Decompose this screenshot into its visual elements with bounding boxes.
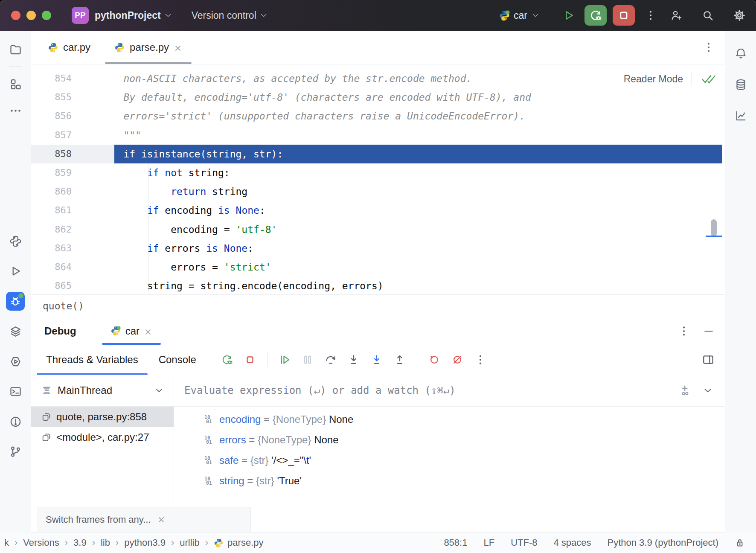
kebab-icon[interactable] [471,350,490,369]
sidebar-item-services[interactable] [6,322,25,341]
settings-button[interactable] [730,6,749,25]
line-number[interactable]: 855 [31,88,72,107]
stop-icon[interactable] [241,350,259,369]
evaluate-expression-bar[interactable]: Evaluate expression (↵) or add a watch (… [174,375,725,407]
status-crumb[interactable]: Versions [23,537,59,548]
status-crumb[interactable]: 3.9 [73,537,87,548]
variable-row[interactable]: 1001string = {str} 'True' [174,471,725,491]
sidebar-item-debug[interactable] [6,292,25,311]
sidebar-item-problems[interactable] [6,412,25,431]
sidebar-item-project-folder[interactable] [6,40,25,59]
editor-scrollbar[interactable] [711,219,717,236]
code-line-865[interactable]: 865 string = string.encode(encoding, err… [31,276,725,294]
status-crumb[interactable]: lib [101,537,110,548]
close-icon[interactable] [174,43,182,52]
sidebar-item-version-control[interactable] [6,442,25,461]
line-number[interactable]: 854 [31,69,72,88]
code-line-859[interactable]: 859 if not string: [31,163,725,182]
stack-frame[interactable]: quote, parse.py:858 [31,407,174,427]
status-crumb[interactable]: python3.9 [124,537,166,548]
line-number[interactable]: 864 [31,258,72,276]
mute-breakpoints-icon[interactable] [448,350,467,369]
close-icon[interactable] [144,327,152,335]
rerun-debug-button[interactable] [584,5,607,26]
sidebar-item-run[interactable] [6,262,25,281]
line-number[interactable]: 860 [31,182,72,201]
run-configuration-selector[interactable]: car [499,10,540,21]
status-crumb[interactable]: urllib [180,537,199,548]
stop-button[interactable] [613,5,635,26]
variable-row[interactable]: 1001encoding = {NoneType} None [174,409,725,430]
step-over-icon[interactable] [321,350,340,369]
code-line-862[interactable]: 862 encoding = 'utf-8' [31,220,725,239]
close-icon[interactable] [157,515,166,524]
code-line-861[interactable]: 861 if encoding is None: [31,201,725,220]
minimize-window-button[interactable] [26,11,36,20]
code-with-me-button[interactable] [666,6,686,25]
sidebar-item-database[interactable] [731,75,750,94]
sidebar-item-profiler[interactable] [731,106,750,125]
inspections-ok-icon[interactable] [701,73,717,85]
line-number[interactable]: 863 [31,239,72,258]
file-encoding[interactable]: UTF-8 [511,537,537,548]
thread-selector[interactable]: MainThread [31,375,174,407]
line-separator[interactable]: LF [483,537,494,548]
close-window-button[interactable] [11,11,20,20]
tab-console[interactable]: Console [148,345,206,375]
search-everywhere-button[interactable] [698,6,718,25]
zoom-window-button[interactable] [42,11,51,20]
breadcrumb[interactable]: quote() [43,300,84,311]
add-watch-icon[interactable] [678,384,691,397]
step-into-my-code-icon[interactable] [367,350,386,369]
lock-icon[interactable] [735,538,745,548]
debug-session-tab[interactable]: car [101,317,162,345]
code-line-860[interactable]: 860 return string [31,182,725,201]
view-breakpoints-icon[interactable] [425,350,444,369]
stack-frame[interactable]: <module>, car.py:27 [31,427,174,448]
python-interpreter[interactable]: Python 3.9 (pythonProject) [608,537,718,548]
debug-options-kebab-icon[interactable] [677,325,690,338]
sidebar-item-commit[interactable] [6,75,25,93]
run-button[interactable] [559,6,579,25]
status-breadcrumbs[interactable]: k›Versions›3.9›lib›python3.9›urllib›pars… [4,537,263,548]
sidebar-item-run-targets[interactable] [6,352,25,371]
line-number[interactable]: 857 [31,126,72,145]
editor-options-kebab-icon[interactable] [702,41,715,54]
code-line-857[interactable]: 857 """ [31,126,725,145]
code-line-864[interactable]: 864 errors = 'strict' [31,258,725,276]
tab-car.py[interactable]: car.py [36,31,102,64]
sidebar-item-more[interactable] [6,101,25,120]
code-line-863[interactable]: 863 if errors is None: [31,239,725,258]
line-number[interactable]: 858 [31,145,72,163]
caret-position[interactable]: 858:1 [444,537,467,548]
hide-panel-icon[interactable] [702,325,715,338]
reader-mode-toggle[interactable]: Reader Mode [621,71,719,87]
sidebar-item-python-packages[interactable] [6,232,25,250]
pause-icon[interactable] [298,350,317,369]
status-crumb[interactable]: k [4,537,9,548]
status-file[interactable]: parse.py [214,537,263,548]
line-number[interactable]: 862 [31,220,72,239]
rerun-debug-icon[interactable] [218,350,236,369]
code-editor[interactable]: 854 non-ASCII characters, as accepted by… [31,64,725,294]
sidebar-item-notifications[interactable] [731,44,750,63]
step-into-icon[interactable] [344,350,363,369]
project-name[interactable]: pythonProject [95,10,161,21]
line-number[interactable]: 859 [31,163,72,182]
tab-threads-variables[interactable]: Threads & Variables [36,345,148,375]
line-number[interactable]: 861 [31,201,72,220]
sidebar-item-terminal[interactable] [6,382,25,401]
code-line-858[interactable]: 858 if isinstance(string, str): [31,145,725,163]
version-control-menu[interactable]: Version control [192,10,256,21]
chevron-down-icon[interactable] [702,385,713,396]
resume-icon[interactable] [275,350,294,369]
line-number[interactable]: 856 [31,107,72,125]
layout-settings-icon[interactable] [701,353,715,367]
more-actions-button[interactable] [641,6,660,25]
variable-row[interactable]: 1001errors = {NoneType} None [174,430,725,450]
step-out-icon[interactable] [390,350,409,369]
variable-row[interactable]: 1001safe = {str} '/<>_=" \t' [174,450,725,471]
line-number[interactable]: 865 [31,276,72,294]
code-line-856[interactable]: 856 errors='strict' (unsupported charact… [31,107,725,125]
indent-setting[interactable]: 4 spaces [553,537,591,548]
